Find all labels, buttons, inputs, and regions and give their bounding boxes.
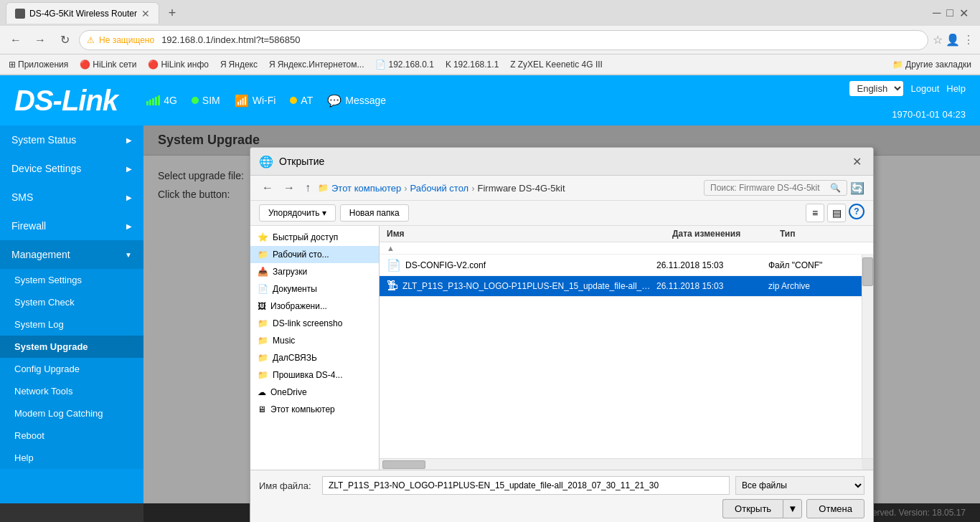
- ip2-bookmark[interactable]: K 192.168.1.1: [443, 58, 501, 71]
- maximize-button[interactable]: □: [946, 6, 953, 20]
- ip1-bookmark[interactable]: 📄 192.168.0.1: [372, 58, 436, 71]
- address-bar-row: ← → ↻ ⚠ Не защищено 192.168.0.1/index.ht…: [0, 26, 980, 54]
- fs-item-quick-access[interactable]: ⭐ Быстрый доступ: [250, 229, 379, 246]
- message-icon: 💬: [327, 94, 341, 108]
- sidebar-item-device-settings[interactable]: Device Settings ▶: [0, 154, 143, 183]
- file-icon: 📄: [387, 258, 401, 272]
- filename-input[interactable]: [322, 476, 730, 495]
- open-dropdown-button[interactable]: ▼: [783, 499, 802, 518]
- open-button[interactable]: Открыть: [722, 499, 783, 518]
- file-dialog: 🌐 Открытие ✕ ← → ↑ 📁 Этот компьютер ›: [250, 147, 874, 522]
- sidebar-subitem-modem-log-catching[interactable]: Modem Log Catching: [0, 402, 143, 424]
- view-list-button[interactable]: ≡: [806, 204, 824, 222]
- menu-icon[interactable]: ⋮: [963, 33, 974, 47]
- scrollbar-corner: [862, 459, 873, 470]
- yandex-bookmark[interactable]: Я Яндекс: [217, 58, 260, 71]
- fs-item-downloads[interactable]: 📥 Загрузки: [250, 263, 379, 280]
- fs-item-firmware[interactable]: 📁 Прошивка DS-4...: [250, 366, 379, 384]
- dialog-footer: Имя файла: Все файлы Открыть ▼ Отмена: [250, 470, 873, 522]
- nav-sim: SIM: [192, 95, 220, 106]
- fs-item-dslink-screenshots[interactable]: 📁 DS-link screensho: [250, 315, 379, 332]
- close-window-button[interactable]: ✕: [959, 6, 969, 20]
- fs-item-music[interactable]: 📁 Music: [250, 332, 379, 349]
- address-bar[interactable]: ⚠ Не защищено 192.168.0.1/index.html?t=5…: [79, 30, 928, 50]
- tab-close-button[interactable]: ✕: [141, 8, 150, 19]
- refresh-icon[interactable]: 🔄: [850, 181, 864, 195]
- fs-item-this-pc[interactable]: 🖥 Этот компьютер: [250, 401, 379, 418]
- breadcrumb-desktop[interactable]: Рабочий стол: [410, 183, 469, 194]
- file-row[interactable]: 📄 DS-CONFIG-V2.conf 26.11.2018 15:03 Фай…: [380, 255, 862, 276]
- firmware-icon: 📁: [258, 370, 268, 380]
- view-details-button[interactable]: ▤: [827, 204, 846, 222]
- header-nav: 4G SIM 📶 Wi-Fi AT 💬 Message: [146, 94, 966, 108]
- sidebar-item-firewall[interactable]: Firewall ▶: [0, 212, 143, 240]
- cancel-button[interactable]: Отмена: [806, 499, 864, 518]
- quick-access-icon: ⭐: [258, 232, 268, 242]
- profile-icon[interactable]: 👤: [946, 33, 960, 47]
- refresh-button[interactable]: ↻: [55, 30, 75, 50]
- col-type-header[interactable]: Тип: [780, 229, 866, 239]
- apps-bookmark[interactable]: ⊞ Приложения: [6, 58, 71, 71]
- filetype-select[interactable]: Все файлы: [735, 476, 864, 495]
- downloads-icon: 📥: [258, 267, 268, 277]
- footer-buttons: Открыть ▼ Отмена: [259, 499, 864, 518]
- minimize-button[interactable]: ─: [933, 6, 941, 20]
- vertical-scrollbar[interactable]: [862, 255, 873, 458]
- security-warning-text: Не защищено: [99, 35, 154, 45]
- dialog-body: ⭐ Быстрый доступ 📁 Рабочий сто... 📥 Загр…: [250, 226, 873, 470]
- dialog-up-button[interactable]: ↑: [302, 180, 314, 196]
- horizontal-scrollbar[interactable]: [380, 459, 862, 470]
- dialog-close-button[interactable]: ✕: [849, 153, 864, 169]
- language-select[interactable]: English: [849, 81, 903, 96]
- dialog-back-button[interactable]: ←: [259, 180, 276, 196]
- search-box[interactable]: 🔍: [704, 180, 847, 196]
- logout-link[interactable]: Logout: [910, 83, 939, 94]
- sidebar-subitem-config-upgrade[interactable]: Config Upgrade: [0, 358, 143, 380]
- file-date: 26.11.2018 15:03: [656, 281, 764, 291]
- sidebar-item-management[interactable]: Management ▼: [0, 240, 143, 269]
- breadcrumb-computer[interactable]: Этот компьютер: [331, 183, 401, 194]
- arrow-icon: ▶: [126, 222, 132, 230]
- other-bookmarks[interactable]: 📁 Другие закладки: [890, 58, 974, 71]
- fs-item-desktop[interactable]: 📁 Рабочий сто...: [250, 246, 379, 263]
- search-icon: 🔍: [830, 183, 841, 193]
- sidebar-subitem-help[interactable]: Help: [0, 447, 143, 469]
- file-row[interactable]: 🗜 ZLT_P11S_P13-NO_LOGO-P11PLUS-EN_15_upd…: [380, 276, 862, 297]
- tab-favicon: [15, 9, 25, 19]
- hilink-seti-bookmark[interactable]: 🔴 HiLink сети: [77, 58, 139, 71]
- help-button[interactable]: ?: [849, 204, 864, 219]
- folder-icon: 📁: [258, 318, 268, 328]
- sidebar-item-sms[interactable]: SMS ▶: [0, 183, 143, 212]
- browser-chrome: DS-4G-5Kit Wireless Router ✕ + ─ □ ✕ ← →…: [0, 0, 980, 75]
- sidebar-subitem-system-settings[interactable]: System Settings: [0, 269, 143, 291]
- fs-item-onedrive[interactable]: ☁ OneDrive: [250, 384, 379, 401]
- zyxel-bookmark[interactable]: Z ZyXEL Keenetic 4G III: [507, 58, 606, 71]
- star-icon[interactable]: ☆: [933, 33, 943, 47]
- organize-button[interactable]: Упорядочить ▾: [259, 204, 336, 222]
- dialog-forward-button[interactable]: →: [281, 180, 298, 196]
- col-name-header[interactable]: Имя: [387, 229, 672, 239]
- sidebar-item-system-status[interactable]: System Status ▶: [0, 125, 143, 154]
- forward-button[interactable]: →: [30, 30, 50, 50]
- help-link[interactable]: Help: [946, 83, 966, 94]
- search-input[interactable]: [710, 183, 827, 193]
- sidebar-subitem-system-upgrade[interactable]: System Upgrade: [0, 336, 143, 358]
- main-content: System Upgrade Select upgrade file: Clic…: [143, 125, 980, 522]
- sidebar-subitem-network-tools[interactable]: Network Tools: [0, 380, 143, 402]
- col-date-header[interactable]: Дата изменения: [672, 229, 780, 239]
- fs-item-images[interactable]: 🖼 Изображени...: [250, 298, 379, 315]
- browser-tab[interactable]: DS-4G-5Kit Wireless Router ✕: [6, 2, 159, 24]
- sidebar-subitem-reboot[interactable]: Reboot: [0, 424, 143, 447]
- dialog-chrome-icon: 🌐: [259, 155, 273, 169]
- yandex-internet-bookmark[interactable]: Я Яндекс.Интернетом...: [266, 58, 367, 71]
- filename-label: Имя файла:: [259, 480, 316, 491]
- back-button[interactable]: ←: [6, 30, 26, 50]
- fs-item-dalsvyaz[interactable]: 📁 ДалСВЯЗЬ: [250, 349, 379, 366]
- fs-item-documents[interactable]: 📄 Документы: [250, 280, 379, 298]
- sidebar-subitem-system-check[interactable]: System Check: [0, 291, 143, 313]
- new-tab-button[interactable]: +: [162, 3, 182, 23]
- sidebar-subitem-system-log[interactable]: System Log: [0, 313, 143, 336]
- new-folder-button[interactable]: Новая папка: [340, 204, 409, 222]
- hilink-info-bookmark[interactable]: 🔴 HiLink инфо: [145, 58, 212, 71]
- images-icon: 🖼: [258, 301, 266, 311]
